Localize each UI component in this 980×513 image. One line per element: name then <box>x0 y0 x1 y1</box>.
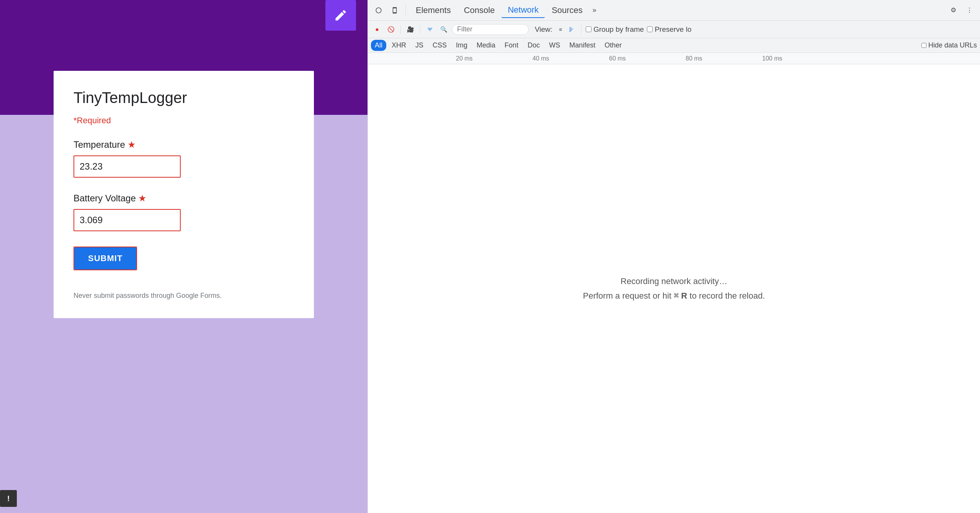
temperature-input[interactable] <box>74 155 181 178</box>
devtools-topbar: Elements Console Network Sources » ⚙ ⋮ <box>368 0 980 21</box>
more-options-button[interactable]: ⋮ <box>962 3 976 17</box>
svg-rect-0 <box>569 27 571 28</box>
timeline-ruler: 20 ms 40 ms 60 ms 80 ms 100 ms <box>368 53 980 64</box>
required-note: *Required <box>74 116 294 126</box>
ruler-tick-20ms: 20 ms <box>456 55 473 62</box>
svg-rect-1 <box>569 29 573 29</box>
svg-rect-3 <box>569 31 571 31</box>
filter-tab-img[interactable]: Img <box>452 40 471 51</box>
submit-button-wrapper: SUBMIT <box>74 247 137 270</box>
browser-page: TinyTempLogger *Required Temperature ★ B… <box>0 0 368 513</box>
recording-text: Recording network activity… <box>621 276 727 286</box>
battery-required-star: ★ <box>138 193 147 204</box>
battery-label: Battery Voltage ★ <box>74 193 294 204</box>
toolbar-sep-2 <box>420 25 420 34</box>
preserve-log-label: Preserve lo <box>655 25 691 34</box>
group-by-frame-wrap[interactable]: Group by frame <box>586 25 644 34</box>
preserve-log-checkbox[interactable] <box>647 26 653 32</box>
inspect-element-button[interactable] <box>372 3 385 17</box>
submit-button[interactable]: SUBMIT <box>74 247 136 270</box>
hide-data-urls-wrap[interactable]: Hide data URLs <box>921 41 977 49</box>
temperature-field-group: Temperature ★ <box>74 139 294 178</box>
device-toolbar-button[interactable] <box>388 3 402 17</box>
network-toolbar: ● 🚫 🎥 🔍 View: ≡ Group by frame Preserve … <box>368 21 980 38</box>
network-content-area: Recording network activity… Perform a re… <box>368 64 980 513</box>
filter-input-wrap <box>452 24 529 35</box>
info-icon[interactable]: ! <box>0 490 17 507</box>
edit-fab-button[interactable] <box>325 0 356 31</box>
devtools-tabs: Elements Console Network Sources » <box>410 3 944 18</box>
tab-network[interactable]: Network <box>501 3 545 18</box>
filter-tab-manifest[interactable]: Manifest <box>565 40 599 51</box>
filter-tab-all[interactable]: All <box>371 40 386 51</box>
filter-input[interactable] <box>457 25 524 33</box>
clear-button[interactable]: 🚫 <box>385 24 396 35</box>
filter-tab-ws[interactable]: WS <box>545 40 564 51</box>
tab-sources[interactable]: Sources <box>546 3 589 18</box>
hide-data-urls-checkbox[interactable] <box>921 43 926 48</box>
ruler-tick-60ms: 60 ms <box>609 55 626 62</box>
filter-tab-other[interactable]: Other <box>601 40 626 51</box>
view-label: View: <box>535 25 552 34</box>
view-waterfall-button[interactable] <box>567 25 577 34</box>
temperature-required-star: ★ <box>127 139 136 150</box>
filter-tab-font[interactable]: Font <box>501 40 522 51</box>
filter-tab-media[interactable]: Media <box>473 40 499 51</box>
filter-tab-xhr[interactable]: XHR <box>388 40 410 51</box>
devtools-panel: Elements Console Network Sources » ⚙ ⋮ ●… <box>368 0 980 513</box>
battery-field-group: Battery Voltage ★ <box>74 193 294 231</box>
search-button[interactable]: 🔍 <box>438 24 449 35</box>
preserve-log-wrap[interactable]: Preserve lo <box>647 25 691 34</box>
edit-icon <box>334 8 348 22</box>
more-tabs-button[interactable]: » <box>590 5 599 16</box>
group-by-frame-checkbox[interactable] <box>586 26 591 32</box>
svg-rect-2 <box>569 30 572 30</box>
record-button[interactable]: ● <box>372 24 382 35</box>
capture-screenshot-button[interactable]: 🎥 <box>405 24 416 35</box>
ruler-tick-80ms: 80 ms <box>686 55 702 62</box>
view-list-button[interactable]: ≡ <box>555 25 565 34</box>
form-card: TinyTempLogger *Required Temperature ★ B… <box>54 71 314 318</box>
recording-subtext: Perform a request or hit ⌘ R to record t… <box>583 291 765 301</box>
view-icons: ≡ <box>555 25 577 34</box>
filter-tabs-bar: All XHR JS CSS Img Media Font Doc WS Man… <box>368 38 980 53</box>
form-title: TinyTempLogger <box>74 89 294 106</box>
battery-input[interactable] <box>74 209 181 231</box>
toolbar-sep-3 <box>581 25 581 34</box>
ruler-tick-40ms: 40 ms <box>532 55 549 62</box>
tab-console[interactable]: Console <box>458 3 501 18</box>
group-by-frame-label: Group by frame <box>593 25 644 34</box>
hide-data-urls-label: Hide data URLs <box>928 41 977 49</box>
settings-button[interactable]: ⚙ <box>946 3 960 17</box>
filter-button[interactable] <box>425 24 435 35</box>
form-footer-note: Never submit passwords through Google Fo… <box>74 292 294 300</box>
temperature-label: Temperature ★ <box>74 139 294 150</box>
toolbar-sep-1 <box>400 25 401 34</box>
ruler-tick-100ms: 100 ms <box>762 55 782 62</box>
filter-tab-doc[interactable]: Doc <box>524 40 544 51</box>
tab-elements[interactable]: Elements <box>410 3 457 18</box>
toolbar-separator <box>405 5 406 16</box>
filter-tab-js[interactable]: JS <box>412 40 427 51</box>
filter-tab-css[interactable]: CSS <box>429 40 451 51</box>
bottom-info-bar: ! <box>0 490 17 507</box>
